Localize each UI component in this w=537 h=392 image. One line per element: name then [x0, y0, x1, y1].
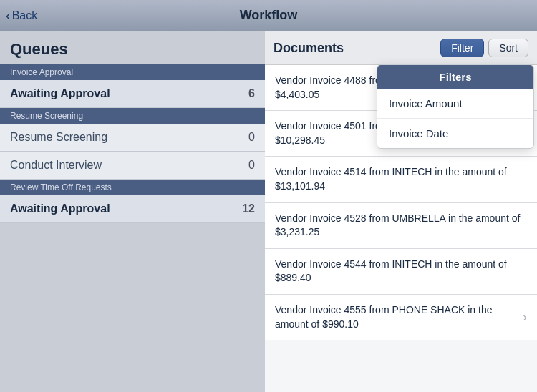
queue-item-awaiting-approval-invoice[interactable]: Awaiting Approval 6 — [0, 80, 265, 108]
main-content: Queues Invoice Approval Awaiting Approva… — [0, 31, 537, 392]
queue-item-count: 0 — [248, 159, 255, 172]
header-buttons: Filter Sort — [440, 39, 528, 57]
filter-dropdown: Filters Invoice Amount Invoice Date — [377, 64, 534, 149]
doc-item-5[interactable]: Vendor Invoice 4555 from PHONE SHACK in … — [265, 295, 537, 340]
doc-item-text: Vendor Invoice 4528 from UMBRELLA in the… — [275, 212, 527, 240]
filter-option-invoice-amount[interactable]: Invoice Amount — [377, 89, 533, 119]
doc-chevron-icon: › — [523, 310, 527, 325]
queue-item-count: 6 — [248, 87, 255, 100]
queue-item-conduct-interview[interactable]: Conduct Interview 0 — [0, 152, 265, 180]
sidebar-title: Queues — [0, 31, 265, 64]
queue-item-count: 12 — [242, 202, 255, 215]
queue-item-label: Awaiting Approval — [10, 87, 110, 100]
queue-item-label: Conduct Interview — [10, 159, 102, 172]
queue-item-label: Awaiting Approval — [10, 202, 110, 215]
documents-title: Documents — [274, 41, 344, 56]
queue-item-count: 0 — [248, 131, 255, 144]
queue-section-resume-screening: Resume Screening — [0, 108, 265, 124]
queue-item-label: Resume Screening — [10, 131, 107, 144]
documents-panel: Documents Filter Sort Filters Invoice Am… — [265, 31, 537, 392]
back-button[interactable]: ‹ Back — [6, 7, 37, 24]
doc-item-text: Vendor Invoice 4514 from INITECH in the … — [275, 165, 527, 193]
sort-button[interactable]: Sort — [488, 39, 528, 57]
doc-item-2[interactable]: Vendor Invoice 4514 from INITECH in the … — [265, 157, 537, 202]
doc-item-4[interactable]: Vendor Invoice 4544 from INITECH in the … — [265, 249, 537, 295]
queue-item-awaiting-approval-timeoff[interactable]: Awaiting Approval 12 — [0, 195, 265, 223]
queue-item-resume-screening[interactable]: Resume Screening 0 — [0, 124, 265, 152]
nav-title: Workflow — [240, 8, 298, 23]
doc-item-3[interactable]: Vendor Invoice 4528 from UMBRELLA in the… — [265, 203, 537, 249]
filter-button[interactable]: Filter — [440, 39, 484, 57]
filter-option-invoice-date[interactable]: Invoice Date — [377, 119, 533, 148]
back-chevron-icon: ‹ — [6, 7, 11, 24]
queue-section-time-off: Review Time Off Requests — [0, 180, 265, 195]
back-label: Back — [12, 9, 38, 22]
doc-item-text: Vendor Invoice 4555 from PHONE SHACK in … — [275, 303, 517, 331]
sidebar: Queues Invoice Approval Awaiting Approva… — [0, 31, 265, 392]
queue-section-invoice-approval: Invoice Approval — [0, 64, 265, 80]
documents-header: Documents Filter Sort — [265, 31, 537, 65]
filter-dropdown-header: Filters — [377, 65, 533, 89]
doc-item-text: Vendor Invoice 4544 from INITECH in the … — [275, 258, 527, 285]
nav-bar: ‹ Back Workflow — [0, 0, 537, 31]
